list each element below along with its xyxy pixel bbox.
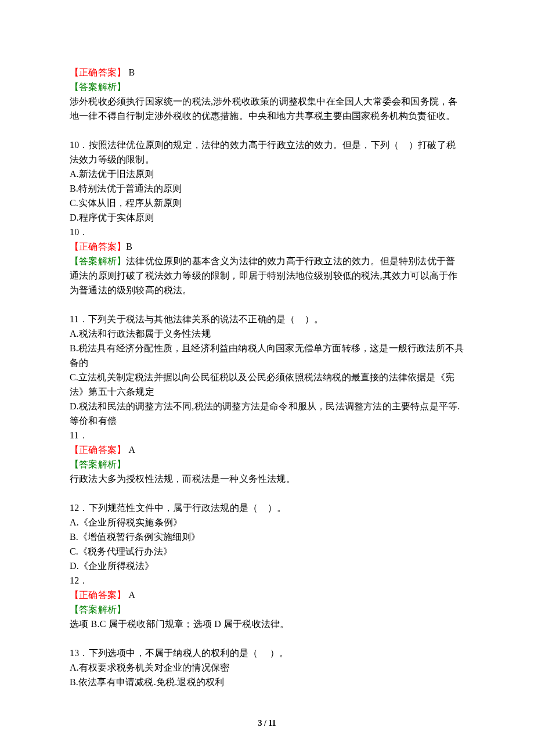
q12-option-a: A.《企业所得税实施条例》: [70, 515, 464, 530]
spacer: [70, 123, 464, 138]
q11-answer: 【正确答案】 A: [70, 442, 464, 457]
q10-option-d: D.程序优于实体原则: [70, 210, 464, 225]
q10-answer: 【正确答案】B: [70, 239, 464, 254]
q11-explain-label: 【答案解析】: [70, 457, 464, 471]
q9-explain-label: 【答案解析】: [70, 80, 464, 94]
q11-option-c: C.立法机关制定税法并据以向公民征税以及公民必须依照税法纳税的最直接的法律依据是…: [70, 370, 464, 399]
explain-label: 【答案解析】: [70, 256, 126, 266]
q10-number: 10．: [70, 225, 464, 239]
q11-option-d: D.税法和民法的调整方法不同,税法的调整方法是命令和服从，民法调整方法的主要特点…: [70, 399, 464, 428]
explain-label: 【答案解析】: [70, 82, 126, 92]
q10-option-b: B.特别法优于普通法的原则: [70, 181, 464, 196]
q11-stem: 11．下列关于税法与其他法律关系的说法不正确的是（ ）。: [70, 312, 464, 326]
explain-label: 【答案解析】: [70, 459, 126, 469]
spacer: [70, 297, 464, 312]
page-number: 3 / 11: [0, 719, 534, 728]
q12-option-d: D.《企业所得税法》: [70, 559, 464, 573]
answer-label: 【正确答案】: [70, 590, 126, 600]
q12-option-c: C.《税务代理试行办法》: [70, 544, 464, 559]
spacer: [70, 631, 464, 646]
q12-answer: 【正确答案】 A: [70, 588, 464, 602]
q9-explain-text: 涉外税收必须执行国家统一的税法,涉外税收政策的调整权集中在全国人大常委会和国务院…: [70, 94, 464, 123]
q11-option-a: A.税法和行政法都属于义务性法规: [70, 326, 464, 341]
answer-value: A: [126, 445, 135, 455]
answer-value: B: [126, 67, 135, 77]
q11-option-b: B.税法具有经济分配性质，且经济利益由纳税人向国家无偿单方面转移，这是一般行政法…: [70, 341, 464, 370]
q11-explain-text: 行政法大多为授权性法规，而税法是一种义务性法规。: [70, 471, 464, 486]
answer-value: B: [126, 242, 132, 251]
answer-label: 【正确答案】: [70, 67, 126, 77]
q13-option-a: A.有权要求税务机关对企业的情况保密: [70, 660, 464, 675]
answer-value: A: [126, 590, 135, 600]
q13-stem: 13．下列选项中，不属于纳税人的权利的是（ ）。: [70, 646, 464, 660]
q12-explain-label: 【答案解析】: [70, 602, 464, 617]
q10-explain: 【答案解析】法律优位原则的基本含义为法律的效力高于行政立法的效力。但是特别法优于…: [70, 254, 464, 297]
q10-option-a: A.新法优于旧法原则: [70, 167, 464, 181]
answer-label: 【正确答案】: [70, 242, 126, 251]
document-page: 【正确答案】 B 【答案解析】 涉外税收必须执行国家统一的税法,涉外税收政策的调…: [0, 0, 534, 756]
q13-option-b: B.依法享有申请减税.免税.退税的权利: [70, 675, 464, 689]
q10-stem: 10．按照法律优位原则的规定，法律的效力高于行政立法的效力。但是，下列（ ）打破…: [70, 138, 464, 167]
q12-stem: 12．下列规范性文件中，属于行政法规的是（ ）。: [70, 501, 464, 515]
q10-option-c: C.实体从旧，程序从新原则: [70, 196, 464, 210]
explain-label: 【答案解析】: [70, 604, 126, 614]
q12-option-b: B.《增值税暂行条例实施细则》: [70, 530, 464, 544]
explain-text: 法律优位原则的基本含义为法律的效力高于行政立法的效力。但是特别法优于普通法的原则…: [70, 256, 457, 295]
spacer: [70, 486, 464, 501]
answer-label: 【正确答案】: [70, 445, 126, 455]
q12-number: 12．: [70, 573, 464, 588]
q12-explain-text: 选项 B.C 属于税收部门规章；选项 D 属于税收法律。: [70, 617, 464, 631]
q9-answer: 【正确答案】 B: [70, 65, 464, 80]
q11-number: 11．: [70, 428, 464, 442]
